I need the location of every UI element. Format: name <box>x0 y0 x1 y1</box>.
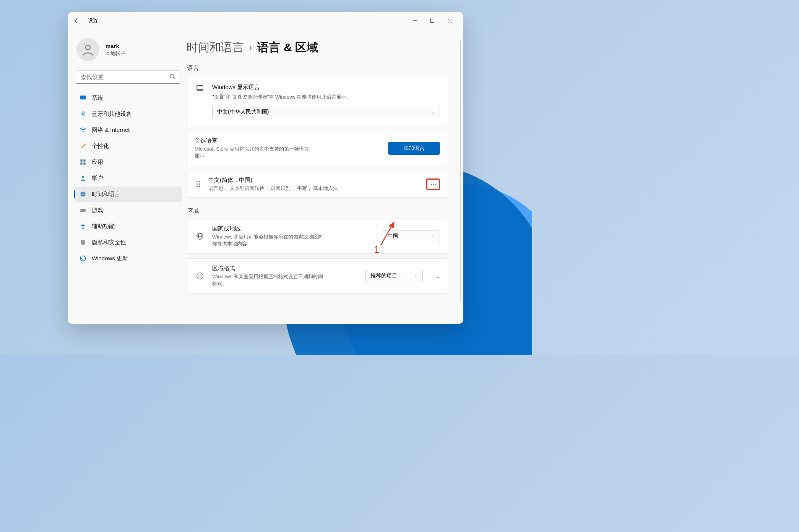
display-language-value: 中文(中华人民共和国) <box>217 109 269 115</box>
expand-chevron-icon[interactable]: ⌄ <box>435 272 440 280</box>
sidebar-item-apps[interactable]: 应用 <box>74 154 182 170</box>
profile-sub: 本地帐户 <box>106 50 125 57</box>
preferred-language-card: 首选语言 Microsoft Store 应用将以此列表中支持的第一种语言显示 … <box>187 131 448 166</box>
breadcrumb-parent[interactable]: 时间和语言 <box>187 40 244 55</box>
globe-char-icon: A字 <box>195 272 205 280</box>
svg-line-4 <box>174 78 175 79</box>
region-format-dropdown[interactable]: 推荐的项目 ⌄ <box>365 270 423 282</box>
person-icon <box>80 175 86 182</box>
sidebar-item-accessibility[interactable]: 辅助功能 <box>74 219 182 234</box>
display-language-dropdown[interactable]: 中文(中华人民共和国) ⌄ <box>212 106 440 118</box>
chevron-down-icon: ⌄ <box>432 110 435 115</box>
svg-rect-8 <box>80 159 82 161</box>
region-sub: Windows 和应用可能会根据你所在的国家或地区向你提供本地内容 <box>212 234 327 247</box>
sidebar-item-timelang[interactable]: 时间和语言 <box>74 187 182 202</box>
svg-rect-16 <box>80 209 86 212</box>
display-language-title: Windows 显示语言 <box>212 84 440 91</box>
gamepad-icon <box>80 207 86 214</box>
sidebar-item-accounts[interactable]: 帐户 <box>74 170 182 186</box>
sidebar-item-label: 时间和语言 <box>92 191 120 198</box>
preferred-language-title: 首选语言 <box>195 137 381 144</box>
sidebar-item-label: 隐私和安全性 <box>92 239 126 246</box>
installed-language-sub: 语言包， 文本到语音转换， 语音识别， 手写， 基本输入法 <box>208 185 419 192</box>
sidebar-item-personalization[interactable]: 个性化 <box>74 138 182 154</box>
region-format-card: A字 区域格式 Windows 和某些应用根据区域格式设置日期和时间格式。 推荐… <box>187 258 448 294</box>
profile-name: mark <box>106 43 125 49</box>
breadcrumb-current: 语言 & 区域 <box>257 40 318 55</box>
svg-rect-11 <box>83 162 85 164</box>
svg-rect-6 <box>82 100 84 101</box>
svg-point-17 <box>81 210 82 211</box>
display-language-sub: "设置"和"文件资源管理器"等 Windows 功能将使用此语言显示。 <box>212 94 396 101</box>
sidebar-item-label: Windows 更新 <box>92 255 128 262</box>
apps-icon <box>80 159 86 165</box>
region-format-title: 区域格式 <box>212 265 359 272</box>
search-input[interactable] <box>81 74 169 80</box>
search-box[interactable] <box>76 70 180 84</box>
svg-point-2 <box>86 45 90 50</box>
section-region-label: 区域 <box>187 208 448 215</box>
annotation-arrow <box>377 218 400 249</box>
close-button[interactable] <box>441 15 459 27</box>
profile[interactable]: mark 本地帐户 <box>73 34 183 69</box>
svg-point-7 <box>83 132 83 133</box>
svg-point-18 <box>84 210 84 211</box>
maximize-button[interactable] <box>424 15 441 27</box>
region-format-value: 推荐的项目 <box>370 272 397 279</box>
preferred-language-sub: Microsoft Store 应用将以此列表中支持的第一种语言显示 <box>195 146 309 159</box>
svg-rect-5 <box>80 96 86 99</box>
region-format-sub: Windows 和某些应用根据区域格式设置日期和时间格式。 <box>212 273 327 287</box>
svg-point-12 <box>82 176 84 178</box>
svg-line-27 <box>381 222 394 245</box>
brush-icon <box>80 143 86 149</box>
sidebar-item-label: 个性化 <box>92 143 109 150</box>
language-options-button[interactable]: ⋯ <box>426 178 440 190</box>
sidebar-item-label: 游戏 <box>92 207 103 214</box>
chevron-down-icon: ⌄ <box>432 234 435 238</box>
installed-language-name: 中文(简体，中国) <box>208 177 419 184</box>
minimize-button[interactable] <box>406 15 424 27</box>
svg-point-19 <box>83 224 84 225</box>
search-icon <box>169 73 175 81</box>
bluetooth-icon <box>80 110 86 117</box>
sidebar-item-gaming[interactable]: 游戏 <box>74 203 182 218</box>
sidebar-item-label: 辅助功能 <box>92 223 115 230</box>
sidebar-item-network[interactable]: 网络 & Internet <box>74 122 182 138</box>
display-language-card: Windows 显示语言 "设置"和"文件资源管理器"等 Windows 功能将… <box>187 76 448 126</box>
svg-point-3 <box>170 74 174 78</box>
sidebar: mark 本地帐户 系统蓝牙和其他设备网络 & Internet个性化应用帐户时… <box>68 29 187 324</box>
shield-icon <box>80 239 86 246</box>
back-button[interactable] <box>73 17 80 24</box>
sidebar-item-system[interactable]: 系统 <box>74 90 182 105</box>
scrollbar[interactable] <box>460 41 461 301</box>
update-icon <box>80 255 86 262</box>
sidebar-item-label: 网络 & Internet <box>92 127 130 134</box>
sidebar-item-privacy[interactable]: 隐私和安全性 <box>74 235 182 250</box>
sidebar-item-label: 蓝牙和其他设备 <box>92 110 132 118</box>
svg-rect-9 <box>83 159 85 161</box>
titlebar: 设置 <box>68 12 463 29</box>
content-area: 时间和语言 › 语言 & 区域 语言 Windows 显示语言 "设置"和"文件… <box>187 29 463 324</box>
nav-list: 系统蓝牙和其他设备网络 & Internet个性化应用帐户时间和语言游戏辅助功能… <box>73 90 183 266</box>
globe-icon <box>80 191 86 198</box>
svg-rect-1 <box>431 19 434 23</box>
breadcrumb: 时间和语言 › 语言 & 区域 <box>187 40 448 55</box>
sidebar-item-update[interactable]: Windows 更新 <box>74 251 182 266</box>
sidebar-item-bluetooth[interactable]: 蓝牙和其他设备 <box>74 106 182 122</box>
svg-text:A字: A字 <box>198 275 202 278</box>
sidebar-item-label: 系统 <box>92 94 103 102</box>
svg-rect-20 <box>197 86 203 90</box>
display-icon <box>195 84 205 92</box>
section-language-label: 语言 <box>187 65 448 72</box>
region-card: 国家或地区 Windows 和应用可能会根据你所在的国家或地区向你提供本地内容 … <box>187 219 448 254</box>
breadcrumb-sep: › <box>249 43 252 53</box>
add-language-button[interactable]: 添加语言 <box>388 142 440 155</box>
installed-language-card: 中文(简体，中国) 语言包， 文本到语音转换， 语音识别， 手写， 基本输入法 … <box>187 171 448 198</box>
drag-handle-icon[interactable] <box>195 181 201 187</box>
region-title: 国家或地区 <box>212 225 376 232</box>
monitor-icon <box>80 94 86 101</box>
chevron-down-icon: ⌄ <box>414 274 418 279</box>
more-icon: ⋯ <box>430 180 437 188</box>
wifi-icon <box>80 127 86 133</box>
svg-rect-10 <box>80 162 82 164</box>
